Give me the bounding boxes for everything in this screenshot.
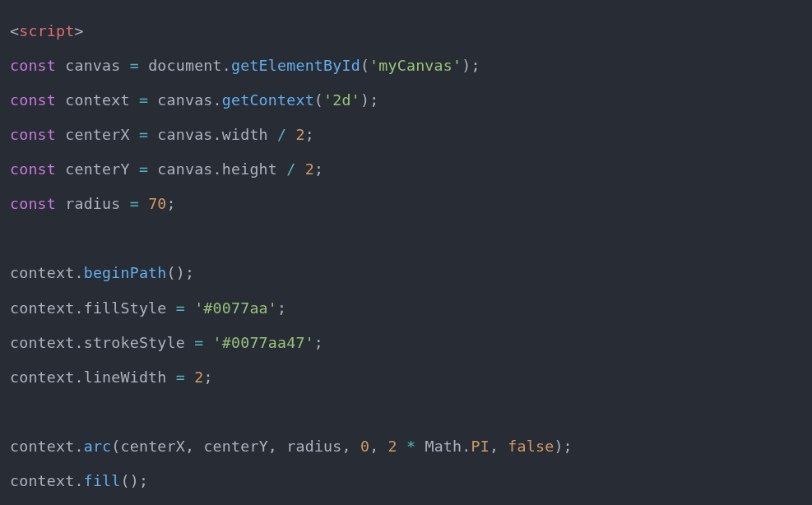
code-line: const context = canvas.getContext('2d'); (10, 91, 802, 109)
code-line: <script> (10, 22, 802, 39)
angle-bracket: < (10, 22, 19, 39)
code-line: context.lineWidth = 2; (10, 368, 802, 386)
angle-bracket: > (74, 22, 83, 39)
code-line: context.strokeStyle = '#0077aa47'; (10, 334, 802, 351)
blank-line (10, 229, 802, 247)
blank-line (10, 403, 802, 420)
function-call: getElementById (231, 57, 360, 74)
code-line: const centerX = canvas.width / 2; (10, 126, 802, 143)
code-line: context.fill(); (10, 472, 802, 489)
code-line: context.fillStyle = '#0077aa'; (10, 299, 802, 317)
keyword: const (10, 57, 56, 74)
code-line: context.beginPath(); (10, 264, 802, 281)
code-editor: <script> const canvas = document.getElem… (0, 0, 812, 505)
identifier: canvas (65, 57, 120, 74)
tag-name: script (19, 22, 74, 39)
code-line: const centerY = canvas.height / 2; (10, 160, 802, 178)
code-line: const radius = 70; (10, 195, 802, 212)
string-literal: 'myCanvas' (369, 57, 462, 74)
code-line: context.arc(centerX, centerY, radius, 0,… (10, 438, 802, 455)
code-line: const canvas = document.getElementById('… (10, 57, 802, 74)
